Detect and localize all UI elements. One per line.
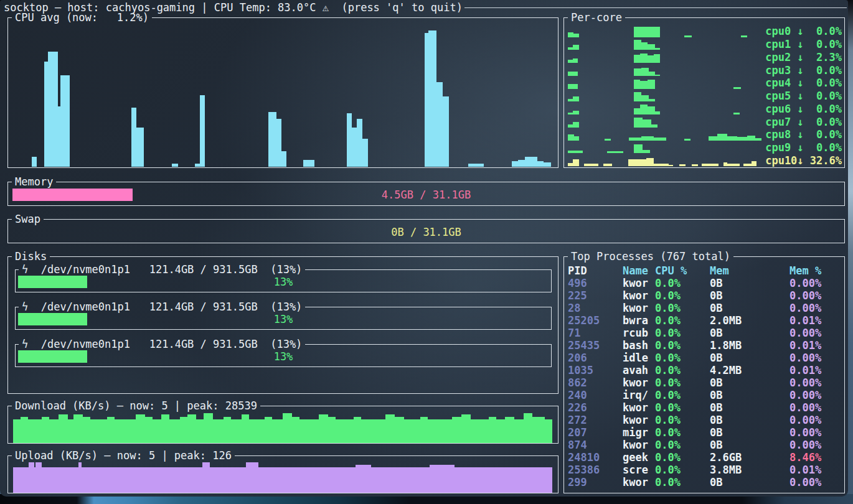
process-pid: 496 [568, 277, 623, 289]
history-bar [404, 419, 421, 443]
per-core-panel-title: Per-core [568, 12, 625, 23]
history-bar [352, 128, 357, 167]
process-column-header: Mem % [789, 264, 842, 277]
history-bar [443, 96, 449, 167]
process-mem: 0B [710, 327, 789, 339]
history-bar [276, 119, 281, 167]
upload-history-chart [13, 462, 552, 493]
history-bar [328, 417, 336, 443]
history-bar [640, 105, 648, 114]
history-bar [743, 164, 752, 166]
history-bar [180, 417, 187, 443]
history-bar [68, 419, 74, 443]
history-bar [573, 96, 579, 102]
history-bar [733, 113, 740, 114]
process-mem-percent: 0.00% [789, 389, 842, 401]
history-bar [573, 111, 579, 114]
history-bar [568, 113, 573, 115]
history-bar [13, 419, 21, 443]
history-bar [461, 414, 471, 443]
process-mem: 0B [710, 426, 789, 439]
history-bar [455, 467, 552, 493]
process-name: kwor [623, 401, 655, 414]
history-bar [634, 108, 640, 115]
process-mem: 2.0MB [710, 314, 789, 327]
history-bar [319, 414, 328, 443]
history-bar [641, 42, 648, 50]
history-bar [747, 136, 756, 141]
disk-title-text: /dev/nvme0n1p1 121.4GB / 931.5GB (13%) [28, 338, 302, 350]
history-bar [649, 99, 655, 101]
history-bar [568, 151, 583, 153]
history-bar [755, 138, 761, 141]
history-bar [573, 159, 579, 166]
history-bar [741, 35, 747, 37]
core-label: cpu2 ↓ 2.3% [765, 51, 842, 63]
history-bar [573, 34, 579, 37]
history-bar [537, 161, 544, 167]
core-sparkline [568, 91, 761, 102]
swap-panel-title: Swap [12, 213, 44, 225]
process-pid: 874 [568, 439, 623, 451]
process-mem-percent: 0.00% [789, 302, 842, 314]
history-bar [654, 54, 660, 63]
history-bar [702, 164, 719, 166]
history-bar [42, 467, 79, 493]
history-bar [347, 113, 352, 167]
history-bar [292, 417, 299, 443]
history-bar [640, 81, 648, 88]
history-bar [518, 160, 525, 167]
history-bar [634, 27, 659, 37]
history-bar [428, 419, 452, 443]
history-bar [299, 419, 319, 443]
swap-usage-label: 0B / 31.1GB [7, 226, 845, 238]
history-bar [545, 419, 552, 443]
history-bar [727, 164, 740, 166]
history-bar [136, 128, 144, 167]
history-bar [568, 84, 578, 88]
process-name: idle [623, 352, 655, 364]
process-mem: 0B [710, 277, 789, 289]
history-bar [648, 55, 654, 63]
process-mem: 0B [710, 414, 789, 426]
history-bar [584, 164, 599, 166]
process-mem-percent: 0.01% [789, 364, 842, 376]
process-mem-percent: 0.00% [789, 376, 842, 389]
process-name: kwor [623, 289, 655, 302]
history-bar [684, 139, 690, 141]
core-row: cpu4 ↓ 0.0% [568, 77, 842, 90]
history-bar [145, 417, 153, 443]
core-sparkline [568, 142, 761, 154]
core-sparkline [568, 103, 761, 114]
disk-icon: ϟ [22, 301, 28, 313]
history-bar [131, 108, 136, 167]
process-mem: 0B [710, 439, 789, 451]
history-bar [629, 138, 641, 140]
history-bar [385, 414, 395, 443]
history-bar [634, 40, 641, 50]
process-cpu: 0.0% [655, 426, 710, 439]
history-bar [733, 87, 741, 89]
core-label: cpu1 ↓ 0.0% [765, 38, 842, 50]
process-cpu: 0.0% [655, 401, 710, 414]
core-sparkline [568, 26, 761, 37]
history-bar [573, 45, 579, 50]
history-bar [669, 165, 674, 166]
disk-icon: ϟ [22, 263, 28, 276]
download-panel-title: Download (KB/s) — now: 5 | peak: 28539 [12, 400, 260, 411]
process-name: kwor [623, 439, 655, 451]
process-pid: 28 [568, 302, 623, 314]
history-bar [648, 106, 655, 114]
history-bar [161, 414, 169, 443]
process-pid: 1035 [568, 364, 623, 376]
process-mem-percent: 0.00% [789, 476, 842, 488]
process-mem: 2.6GB [710, 451, 789, 464]
process-name: scre [623, 464, 655, 476]
history-bar [73, 414, 83, 443]
process-pid: 25205 [568, 314, 623, 327]
cpu-avg-panel-title: CPU avg (now: 1.2%) [12, 12, 152, 23]
disk-percent-label: 13% [15, 350, 552, 363]
process-pid: 225 [568, 289, 623, 302]
core-label: cpu5 ↓ 0.0% [765, 90, 842, 102]
process-pid: 71 [568, 327, 623, 339]
